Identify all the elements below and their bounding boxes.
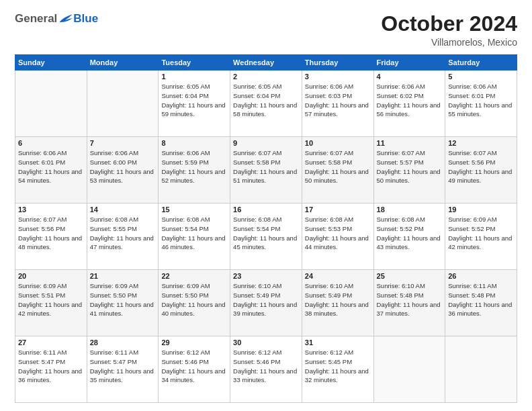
day-info: Sunrise: 6:11 AM Sunset: 5:47 PM Dayligh… [90,348,156,385]
day-number: 2 [233,73,299,81]
logo-text: General Blue [15,12,98,26]
calendar-cell: 26Sunrise: 6:11 AM Sunset: 5:48 PM Dayli… [445,270,517,336]
day-number: 17 [305,205,371,214]
day-info: Sunrise: 6:08 AM Sunset: 5:53 PM Dayligh… [305,215,371,252]
day-info: Sunrise: 6:08 AM Sunset: 5:52 PM Dayligh… [377,215,443,252]
day-number: 29 [161,338,227,347]
calendar-cell: 2Sunrise: 6:05 AM Sunset: 6:04 PM Daylig… [230,71,302,137]
calendar-cell: 24Sunrise: 6:10 AM Sunset: 5:49 PM Dayli… [302,270,373,336]
calendar-cell: 1Sunrise: 6:05 AM Sunset: 6:04 PM Daylig… [159,71,230,137]
calendar-cell [87,71,159,137]
logo: General Blue [15,12,98,26]
calendar-cell: 21Sunrise: 6:09 AM Sunset: 5:50 PM Dayli… [87,270,159,336]
day-number: 6 [18,139,84,147]
day-number: 31 [305,338,371,347]
calendar-week-row: 20Sunrise: 6:09 AM Sunset: 5:51 PM Dayli… [15,270,517,336]
calendar-cell: 28Sunrise: 6:11 AM Sunset: 5:47 PM Dayli… [87,336,159,403]
calendar-week-row: 13Sunrise: 6:07 AM Sunset: 5:56 PM Dayli… [15,203,517,270]
day-number: 16 [233,205,299,214]
day-number: 28 [90,338,156,347]
day-number: 23 [233,272,299,280]
day-info: Sunrise: 6:07 AM Sunset: 5:57 PM Dayligh… [377,148,443,185]
day-info: Sunrise: 6:06 AM Sunset: 6:01 PM Dayligh… [18,148,84,185]
day-number: 27 [18,338,84,347]
day-number: 4 [377,73,443,81]
calendar-cell: 4Sunrise: 6:06 AM Sunset: 6:02 PM Daylig… [373,71,445,137]
day-info: Sunrise: 6:09 AM Sunset: 5:51 PM Dayligh… [18,281,84,318]
weekday-header: Tuesday [159,55,230,71]
calendar-cell: 22Sunrise: 6:09 AM Sunset: 5:50 PM Dayli… [159,270,230,336]
month-title: October 2024 [381,12,517,36]
weekday-header: Friday [373,55,445,71]
calendar-cell [445,336,517,403]
day-number: 18 [377,205,443,214]
logo-bird-icon [58,13,73,25]
calendar-cell: 20Sunrise: 6:09 AM Sunset: 5:51 PM Dayli… [15,270,87,336]
calendar-cell: 7Sunrise: 6:06 AM Sunset: 6:00 PM Daylig… [87,137,159,203]
day-info: Sunrise: 6:10 AM Sunset: 5:49 PM Dayligh… [233,281,299,318]
day-info: Sunrise: 6:06 AM Sunset: 6:02 PM Dayligh… [377,82,443,119]
day-info: Sunrise: 6:08 AM Sunset: 5:54 PM Dayligh… [233,215,299,252]
day-number: 13 [18,205,84,214]
calendar-cell: 27Sunrise: 6:11 AM Sunset: 5:47 PM Dayli… [15,336,87,403]
weekday-header: Monday [87,55,159,71]
day-number: 30 [233,338,299,347]
day-info: Sunrise: 6:10 AM Sunset: 5:48 PM Dayligh… [377,281,443,318]
calendar-cell: 3Sunrise: 6:06 AM Sunset: 6:03 PM Daylig… [302,71,373,137]
day-number: 9 [233,139,299,147]
calendar-table: SundayMondayTuesdayWednesdayThursdayFrid… [15,54,517,403]
calendar-cell: 25Sunrise: 6:10 AM Sunset: 5:48 PM Dayli… [373,270,445,336]
day-info: Sunrise: 6:11 AM Sunset: 5:48 PM Dayligh… [448,281,514,318]
day-number: 24 [305,272,371,280]
logo-general: General [15,12,57,26]
calendar-week-row: 1Sunrise: 6:05 AM Sunset: 6:04 PM Daylig… [15,71,517,137]
calendar-cell: 19Sunrise: 6:09 AM Sunset: 5:52 PM Dayli… [445,203,517,270]
day-info: Sunrise: 6:06 AM Sunset: 6:01 PM Dayligh… [448,82,514,119]
calendar-header-row: SundayMondayTuesdayWednesdayThursdayFrid… [15,55,517,71]
day-number: 22 [161,272,227,280]
calendar-cell: 6Sunrise: 6:06 AM Sunset: 6:01 PM Daylig… [15,137,87,203]
calendar-cell: 15Sunrise: 6:08 AM Sunset: 5:54 PM Dayli… [159,203,230,270]
calendar-cell: 29Sunrise: 6:12 AM Sunset: 5:46 PM Dayli… [159,336,230,403]
day-info: Sunrise: 6:08 AM Sunset: 5:54 PM Dayligh… [161,215,227,252]
day-number: 21 [90,272,156,280]
page: General Blue October 2024 Villamorelos, … [0,0,532,411]
calendar-cell: 31Sunrise: 6:12 AM Sunset: 5:45 PM Dayli… [302,336,373,403]
day-info: Sunrise: 6:12 AM Sunset: 5:46 PM Dayligh… [161,348,227,385]
calendar-cell: 18Sunrise: 6:08 AM Sunset: 5:52 PM Dayli… [373,203,445,270]
day-info: Sunrise: 6:07 AM Sunset: 5:56 PM Dayligh… [18,215,84,252]
day-number: 5 [448,73,514,81]
calendar-cell: 16Sunrise: 6:08 AM Sunset: 5:54 PM Dayli… [230,203,302,270]
day-number: 19 [448,205,514,214]
calendar-cell: 12Sunrise: 6:07 AM Sunset: 5:56 PM Dayli… [445,137,517,203]
weekday-header: Sunday [15,55,87,71]
day-info: Sunrise: 6:11 AM Sunset: 5:47 PM Dayligh… [18,348,84,385]
weekday-header: Saturday [445,55,517,71]
day-number: 14 [90,205,156,214]
day-number: 7 [90,139,156,147]
calendar-cell: 23Sunrise: 6:10 AM Sunset: 5:49 PM Dayli… [230,270,302,336]
calendar-week-row: 27Sunrise: 6:11 AM Sunset: 5:47 PM Dayli… [15,336,517,403]
day-info: Sunrise: 6:05 AM Sunset: 6:04 PM Dayligh… [233,82,299,119]
calendar-cell: 11Sunrise: 6:07 AM Sunset: 5:57 PM Dayli… [373,137,445,203]
day-number: 25 [377,272,443,280]
calendar-cell: 5Sunrise: 6:06 AM Sunset: 6:01 PM Daylig… [445,71,517,137]
day-number: 1 [161,73,227,81]
day-info: Sunrise: 6:12 AM Sunset: 5:46 PM Dayligh… [233,348,299,385]
day-info: Sunrise: 6:05 AM Sunset: 6:04 PM Dayligh… [161,82,227,119]
logo-blue: Blue [73,12,98,26]
calendar-week-row: 6Sunrise: 6:06 AM Sunset: 6:01 PM Daylig… [15,137,517,203]
location: Villamorelos, Mexico [381,37,517,48]
calendar-cell: 8Sunrise: 6:06 AM Sunset: 5:59 PM Daylig… [159,137,230,203]
day-number: 20 [18,272,84,280]
calendar-cell: 30Sunrise: 6:12 AM Sunset: 5:46 PM Dayli… [230,336,302,403]
calendar-cell [373,336,445,403]
day-number: 3 [305,73,371,81]
day-info: Sunrise: 6:09 AM Sunset: 5:50 PM Dayligh… [161,281,227,318]
day-info: Sunrise: 6:07 AM Sunset: 5:58 PM Dayligh… [305,148,371,185]
day-number: 15 [161,205,227,214]
calendar-cell: 17Sunrise: 6:08 AM Sunset: 5:53 PM Dayli… [302,203,373,270]
day-info: Sunrise: 6:06 AM Sunset: 6:03 PM Dayligh… [305,82,371,119]
calendar-cell: 13Sunrise: 6:07 AM Sunset: 5:56 PM Dayli… [15,203,87,270]
day-number: 26 [448,272,514,280]
